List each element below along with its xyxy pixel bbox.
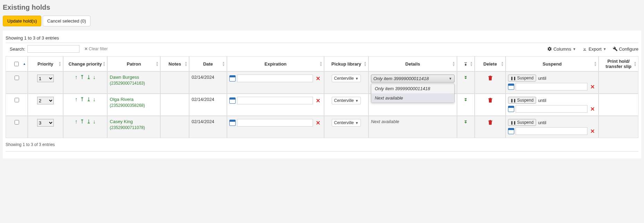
move-up-icon[interactable]: ↑ (75, 97, 78, 102)
move-up-icon[interactable]: ↑ (75, 75, 78, 80)
clear-date-icon[interactable]: ✕ (314, 97, 322, 104)
calendar-icon[interactable] (229, 97, 236, 104)
move-down-icon[interactable]: ↓ (93, 119, 96, 125)
clear-date-icon[interactable]: ✕ (589, 128, 596, 135)
clear-filter-button[interactable]: ✕ Clear filter (84, 46, 108, 51)
row-checkbox[interactable] (15, 76, 19, 80)
th-delete[interactable]: Delete▲▼ (475, 56, 506, 71)
th-pickup[interactable]: Pickup library▲▼ (324, 56, 368, 71)
export-label: Export (588, 46, 602, 52)
th-details-label: Details (405, 61, 420, 67)
move-down-icon[interactable]: ↓ (93, 75, 96, 80)
patron-link[interactable]: Casey King (110, 119, 158, 124)
columns-button[interactable]: Columns ▼ (547, 46, 576, 52)
row-checkbox[interactable] (15, 98, 19, 102)
th-suspend[interactable]: Suspend▲▼ (506, 56, 599, 71)
move-top-icon[interactable]: ⤒ (80, 75, 84, 80)
caret-down-icon: ▼ (573, 47, 576, 51)
move-bottom-icon[interactable]: ⤓ (86, 119, 91, 125)
toggle-lowest-icon[interactable] (463, 77, 469, 82)
pickup-library-button[interactable]: Centerville ▼ (332, 75, 361, 82)
th-change-priority[interactable]: Change priority▲▼ (63, 56, 108, 71)
suspend-until-input[interactable] (516, 127, 587, 135)
th-checkbox[interactable]: ▲ (6, 56, 28, 71)
download-icon (582, 46, 587, 51)
table-row: 1↑⤒⤓↓Dawn Burgess(23529000714163)02/14/2… (6, 71, 638, 94)
th-patron[interactable]: Patron▲▼ (107, 56, 160, 71)
configure-button[interactable]: Configure (613, 46, 638, 52)
pickup-label: Centerville (334, 120, 354, 125)
clear-filter-label: Clear filter (89, 46, 108, 51)
suspend-button[interactable]: ❚❚Suspend (508, 119, 536, 126)
update-holds-button[interactable]: Update hold(s) (3, 16, 41, 26)
th-notes[interactable]: Notes▲▼ (160, 56, 189, 71)
export-button[interactable]: Export ▼ (582, 46, 606, 52)
priority-select[interactable]: 3 (37, 119, 54, 127)
th-lowest[interactable]: ▲▼ (457, 56, 475, 71)
details-option[interactable]: Only item 39999000011418 (371, 84, 454, 93)
calendar-icon[interactable] (508, 106, 514, 112)
priority-select[interactable]: 2 (37, 97, 54, 104)
clear-date-icon[interactable]: ✕ (314, 120, 322, 126)
th-change-priority-label: Change priority (69, 61, 102, 67)
patron-link[interactable]: Dawn Burgess (110, 75, 158, 80)
suspend-until-input[interactable] (516, 105, 587, 113)
clear-date-icon[interactable]: ✕ (589, 84, 596, 90)
move-down-icon[interactable]: ↓ (93, 97, 96, 102)
expiration-input[interactable] (237, 119, 313, 127)
suspend-label: Suspend (517, 120, 533, 125)
delete-icon[interactable] (487, 97, 493, 103)
expiration-input[interactable] (237, 97, 313, 104)
pickup-label: Centerville (334, 76, 354, 81)
cancel-selected-button[interactable]: Cancel selected (0) (43, 16, 91, 26)
columns-label: Columns (553, 46, 571, 52)
gear-icon (547, 46, 552, 51)
delete-icon[interactable] (487, 75, 493, 80)
th-expiration[interactable]: Expiration▲▼ (227, 56, 324, 71)
calendar-icon[interactable] (508, 84, 514, 90)
move-top-icon[interactable]: ⤒ (80, 97, 84, 102)
th-print[interactable]: Print hold/ transfer slip▲▼ (599, 56, 638, 71)
th-date[interactable]: Date▲▼ (189, 56, 227, 71)
suspend-until-input[interactable] (516, 83, 587, 91)
details-dropdown[interactable]: Only item 39999000011418▼ (371, 75, 455, 83)
patron-link[interactable]: Olga Rivera (110, 97, 158, 102)
clear-date-icon[interactable]: ✕ (589, 106, 596, 112)
move-up-icon[interactable]: ↑ (75, 119, 78, 125)
move-bottom-icon[interactable]: ⤓ (86, 75, 91, 80)
th-priority[interactable]: Priority▲▼ (28, 56, 63, 71)
expiration-input[interactable] (237, 75, 313, 82)
move-bottom-icon[interactable]: ⤓ (86, 97, 91, 102)
toggle-lowest-icon[interactable] (463, 121, 469, 126)
priority-select[interactable]: 1 (37, 75, 54, 82)
calendar-icon[interactable] (229, 120, 236, 126)
move-top-icon[interactable]: ⤒ (80, 119, 84, 125)
suspend-button[interactable]: ❚❚Suspend (508, 75, 536, 82)
search-label: Search: (10, 46, 25, 52)
delete-icon[interactable] (487, 119, 493, 125)
hold-date: 02/14/2024 (192, 75, 214, 80)
th-details[interactable]: Details▲▼ (368, 56, 457, 71)
clear-date-icon[interactable]: ✕ (314, 75, 322, 82)
calendar-icon[interactable] (508, 128, 514, 134)
calendar-icon[interactable] (229, 75, 236, 82)
pickup-label: Centerville (334, 98, 354, 103)
search-input[interactable] (27, 45, 79, 53)
suspend-label: Suspend (517, 98, 533, 103)
details-selected: Only item 39999000011418 (373, 76, 429, 81)
close-icon: ✕ (84, 46, 88, 51)
pickup-library-button[interactable]: Centerville ▼ (332, 97, 361, 104)
details-option[interactable]: Next available (371, 93, 454, 103)
details-text: Next available (371, 119, 399, 124)
pickup-library-button[interactable]: Centerville ▼ (332, 119, 361, 127)
pause-icon: ❚❚ (510, 76, 516, 80)
entries-info-top: Showing 1 to 3 of 3 entries (6, 35, 638, 43)
select-all-checkbox[interactable] (14, 62, 19, 66)
caret-down-icon: ▼ (603, 47, 607, 51)
page-title: Existing holds (3, 3, 641, 11)
toggle-lowest-icon[interactable] (463, 99, 469, 104)
th-patron-label: Patron (127, 61, 141, 67)
until-label: until (538, 120, 546, 125)
suspend-button[interactable]: ❚❚Suspend (508, 97, 536, 104)
row-checkbox[interactable] (15, 120, 19, 125)
